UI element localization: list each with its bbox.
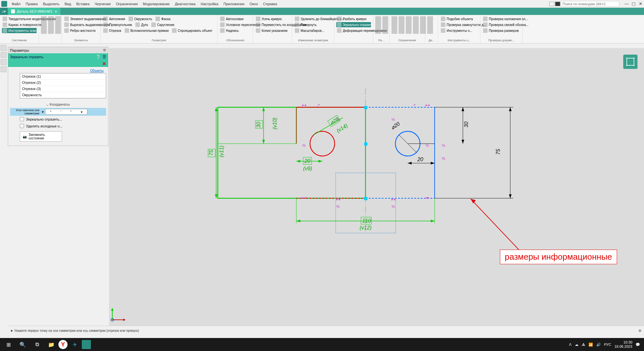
menu-modeling[interactable]: Моделирование [140, 2, 172, 6]
list-icon[interactable]: ☰ [103, 55, 106, 59]
kompas-icon[interactable] [82, 340, 91, 349]
rb-arc[interactable]: Дуга [135, 22, 149, 27]
rb-auto-axis[interactable]: Автоосевая [219, 16, 251, 21]
rb-cond-intersect[interactable]: Условное пересечение [219, 22, 251, 27]
rb-icon[interactable] [406, 28, 412, 34]
rb-sketch-tools[interactable]: Инструменты эскиза [2, 28, 37, 33]
rb-icon[interactable] [399, 22, 404, 28]
vb-icon[interactable] [1, 45, 6, 51]
rb-fillet[interactable]: Скругление [151, 22, 175, 27]
rb-copy-point[interactable]: Копия указанием [255, 28, 290, 33]
rb-icon[interactable] [382, 28, 388, 34]
maximize-button[interactable]: ▢ [629, 1, 636, 6]
menu-help[interactable]: Справка [261, 2, 280, 6]
rb-deform[interactable]: Деформация перемещением [336, 28, 371, 33]
menu-drawing[interactable]: Черчение [92, 2, 114, 6]
tray-cloud-icon[interactable]: ☁ [575, 343, 578, 347]
rb-icon[interactable] [55, 22, 61, 28]
rb-icon[interactable] [406, 16, 412, 22]
rb-icon[interactable] [413, 22, 419, 28]
tray-chevron-icon[interactable]: ᐱ [569, 343, 572, 347]
start-button[interactable]: ⊞ [1, 339, 16, 350]
tray-lang[interactable]: РУС [604, 343, 611, 346]
rb-icon[interactable] [41, 22, 47, 28]
rb-icon[interactable] [427, 28, 433, 34]
rb-rectangle[interactable]: Прямоугольник [103, 22, 133, 27]
rb-icon[interactable] [375, 16, 381, 22]
status-gear-icon[interactable]: ⚙ [638, 329, 641, 332]
list-item[interactable]: Отрезок (3) [20, 86, 106, 92]
explorer-icon[interactable]: 📁 [44, 339, 58, 350]
rb-icon[interactable] [375, 22, 381, 28]
objects-label[interactable]: Объекты [10, 69, 106, 72]
rb-icon[interactable] [413, 16, 419, 22]
list-item[interactable]: Окружность [20, 92, 106, 98]
mirror-checkbox[interactable] [20, 117, 24, 121]
rb-icon[interactable] [420, 22, 426, 28]
tab-close-icon[interactable]: ✕ [55, 10, 57, 13]
rb-rib[interactable]: Ребро жесткости [64, 28, 98, 33]
rb-aux-line[interactable]: Вспомогательная прямая [124, 28, 169, 33]
coords-toggle[interactable]: ⌵ Координаты [10, 101, 106, 108]
rb-project[interactable]: Спроецировать объект [171, 28, 213, 33]
rb-icon[interactable] [391, 28, 397, 34]
menu-diagnostics[interactable]: Диагностика [172, 2, 198, 6]
rb-text[interactable]: Надпись [219, 28, 251, 33]
rb-icon[interactable] [41, 16, 47, 22]
delete-originals-checkbox[interactable] [20, 124, 24, 128]
rb-icon[interactable] [48, 28, 54, 34]
rb-autoline[interactable]: Автолиния [103, 16, 126, 21]
minimize-button[interactable]: — [622, 1, 628, 6]
rb-icon[interactable] [41, 28, 47, 34]
list-item[interactable]: Отрезок (2) [20, 80, 106, 86]
close-icon[interactable]: ✕ [102, 61, 106, 66]
rb-solid-modeling[interactable]: Твердотельное моделирование [2, 16, 37, 21]
menu-file[interactable]: Файл [9, 2, 23, 6]
vb-icon[interactable] [1, 52, 6, 58]
search-button[interactable]: 🔍 [16, 339, 30, 350]
rb-extend[interactable]: Удлинить до ближайшего о... [294, 16, 332, 21]
tray-network-icon[interactable]: 🖧 [582, 343, 585, 346]
rb-icon[interactable] [382, 16, 388, 22]
rb-scale[interactable]: Масштабиров... [294, 28, 332, 33]
rb-check-links[interactable]: Проверка связей обозна... [482, 22, 520, 27]
list-item[interactable]: Отрезок (1) [20, 73, 106, 80]
vb-icon[interactable] [1, 59, 6, 65]
rb-icon[interactable] [48, 22, 54, 28]
rb-icon[interactable] [406, 22, 412, 28]
tray-wifi-icon[interactable]: 📶 [588, 343, 593, 347]
rb-similarity[interactable]: Подобие объекта [440, 16, 478, 21]
rb-trim[interactable]: Усечь кривую [255, 16, 290, 21]
rb-move-coord[interactable]: Переместить по координатам [255, 22, 290, 27]
rb-icon[interactable] [382, 22, 388, 28]
sketch-mode-icon[interactable] [623, 55, 638, 69]
home-tab[interactable]: ⌂▾ [0, 8, 8, 15]
layout-icon[interactable] [549, 2, 554, 6]
rb-check-closed[interactable]: Проверка замкнутости д... [440, 22, 478, 27]
menu-insert[interactable]: Вставка [74, 2, 92, 6]
gear-icon[interactable]: ⚙ [103, 48, 106, 52]
rb-icon[interactable] [420, 28, 426, 34]
rb-icon[interactable] [55, 28, 61, 34]
menu-select[interactable]: Выделить [40, 2, 62, 6]
help-icon[interactable]: ❔ [96, 55, 101, 59]
yandex-icon[interactable]: Y [58, 340, 68, 349]
menu-edit[interactable]: Правка [23, 2, 40, 6]
rb-icon[interactable] [375, 28, 381, 34]
rb-cut-extrude[interactable]: Вырезать выдавливанием [64, 22, 98, 27]
rb-tools-o[interactable]: Инструменты о... [440, 28, 478, 33]
vb-icon[interactable] [1, 66, 6, 72]
rb-icon[interactable] [420, 16, 426, 22]
remember-state-button[interactable]: 📷 Запомнить состояние [20, 131, 62, 142]
menu-apps[interactable]: Приложения [221, 2, 247, 6]
rb-wireframe[interactable]: Каркас и поверхности [2, 22, 37, 27]
close-button[interactable]: ✕ [636, 1, 643, 6]
rb-icon[interactable] [55, 16, 61, 22]
rb-circle[interactable]: Окружность [128, 16, 153, 21]
rb-icon[interactable] [391, 16, 397, 22]
angle-input[interactable]: °'"▾ [45, 109, 87, 115]
tray-volume-icon[interactable]: 🔊 [596, 343, 601, 347]
search-input[interactable] [561, 1, 619, 7]
rb-icon[interactable] [399, 16, 404, 22]
rb-icon[interactable] [399, 28, 404, 34]
